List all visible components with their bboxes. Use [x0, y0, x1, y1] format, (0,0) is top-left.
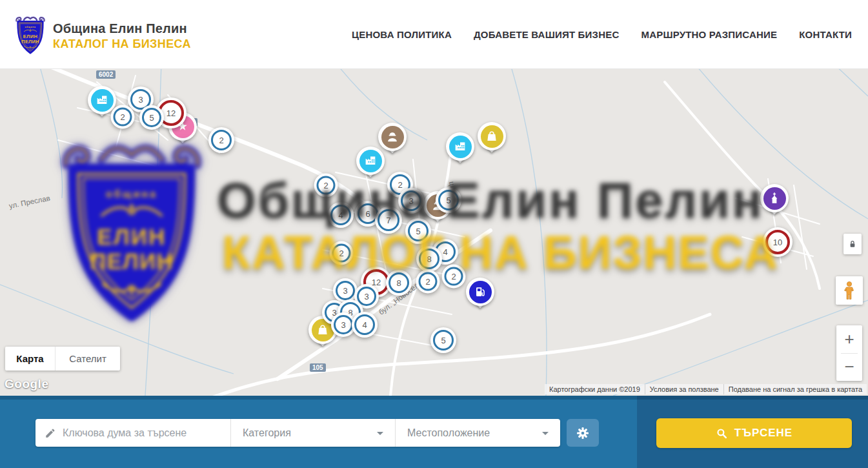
road-badge: 105 [310, 363, 326, 372]
caret-down-icon [542, 432, 549, 435]
map-cluster[interactable]: 10 [763, 227, 792, 257]
cluster-count: 6 [365, 209, 370, 219]
map-pin-bag[interactable] [478, 122, 506, 150]
map-cluster[interactable]: 4 [352, 312, 378, 338]
keyword-field [35, 419, 230, 447]
cluster-count: 7 [386, 216, 390, 225]
search-bar-top-edge [0, 396, 868, 400]
nav-item[interactable]: МАРШРУТНО РАЗПИСАНИЕ [641, 29, 777, 40]
map-cluster[interactable]: 2 [442, 265, 466, 289]
pegman-icon [842, 281, 857, 300]
map-pin-factory[interactable] [446, 132, 474, 161]
cluster-count: 3 [341, 320, 345, 330]
cluster-count: 4 [362, 320, 367, 330]
site-title: Община Елин Пелин [53, 21, 191, 36]
search-submit-button[interactable]: ТЪРСЕНЕ [656, 418, 852, 448]
nav-item[interactable]: КОНТАКТИ [799, 29, 852, 40]
location-select-value: Местоположение [407, 427, 490, 439]
map-cluster[interactable]: 2 [314, 174, 338, 198]
crest-line1-text: ЕЛИН [23, 34, 38, 39]
cluster-count: 5 [149, 113, 154, 123]
church-icon [763, 187, 786, 210]
cluster-count: 12 [167, 108, 176, 118]
map-cluster[interactable]: 3 [398, 188, 424, 214]
zoom-control: + − [836, 325, 862, 381]
cluster-count: 2 [398, 180, 402, 190]
map[interactable]: ул. Преславбул. „Новоселции 6002105 3251… [0, 69, 868, 396]
map-cluster[interactable]: 3 [333, 278, 358, 303]
cluster-count: 2 [339, 249, 343, 258]
pin-circle [760, 184, 789, 212]
page: община ЕЛИН ПЕЛИН Община Елин Пелин КАТА… [0, 0, 868, 468]
nav-item[interactable]: ЦЕНОВА ПОЛИТИКА [352, 29, 452, 40]
pin-circle [466, 278, 494, 306]
search-bar: Категория Местоположение [0, 396, 868, 468]
municipality-crest-icon: община ЕЛИН ПЕЛИН [14, 15, 46, 57]
map-cluster[interactable]: 8 [386, 270, 412, 296]
map-type-control: Карта Сателит [5, 347, 120, 371]
attribution-terms-link[interactable]: Условия за ползване [645, 384, 723, 394]
map-pin-fuel[interactable] [466, 278, 494, 306]
map-cluster[interactable]: 2 [416, 270, 440, 294]
cluster-count: 2 [120, 112, 125, 122]
pegman-button[interactable] [836, 276, 863, 305]
category-select[interactable]: Категория [230, 419, 395, 447]
main-nav: ЦЕНОВА ПОЛИТИКАДОБАВЕТЕ ВАШИЯТ БИЗНЕСМАР… [352, 0, 852, 69]
cluster-count: 5 [446, 196, 450, 205]
site-subtitle: КАТАЛОГ НА БИЗНЕСА [53, 37, 191, 51]
map-cluster[interactable]: 2 [330, 241, 354, 265]
map-cluster[interactable]: 5 [436, 187, 461, 213]
header: община ЕЛИН ПЕЛИН Община Елин Пелин КАТА… [0, 0, 868, 69]
road-badge: 6002 [96, 70, 116, 79]
search-icon [716, 427, 728, 440]
map-cluster[interactable]: 4 [328, 202, 354, 228]
pin-circle [356, 147, 385, 175]
cluster-count: 5 [416, 227, 420, 236]
cluster-count: 3 [364, 292, 368, 301]
map-cluster[interactable]: 8 [416, 246, 442, 272]
cluster-count: 4 [443, 247, 447, 257]
zoom-in-button[interactable]: + [836, 325, 862, 353]
cluster-count: 10 [773, 238, 782, 247]
cluster-count: 5 [441, 336, 445, 345]
attribution-copyright: Картографски данни ©2019 [545, 384, 645, 394]
bag-icon [481, 125, 503, 148]
map-type-satellite-button[interactable]: Сателит [56, 347, 120, 371]
cluster-count: 2 [323, 181, 328, 190]
map-pin-factory[interactable] [356, 147, 385, 175]
cluster-count: 8 [396, 278, 401, 288]
keyword-search-input[interactable] [63, 427, 217, 439]
google-logo[interactable]: Google [5, 377, 48, 391]
search-fields-group: Категория Местоположение [35, 419, 560, 447]
search-button-label: ТЪРСЕНЕ [734, 427, 792, 440]
advanced-settings-button[interactable] [567, 419, 599, 447]
nav-item[interactable]: ДОБАВЕТЕ ВАШИЯТ БИЗНЕС [474, 29, 619, 40]
factory-icon [91, 89, 114, 112]
zoom-out-button[interactable]: − [836, 354, 862, 382]
cluster-count: 3 [138, 95, 143, 105]
map-pin-church[interactable] [760, 184, 789, 212]
brand-logo[interactable]: община ЕЛИН ПЕЛИН Община Елин Пелин КАТА… [14, 15, 191, 57]
location-select[interactable]: Местоположение [395, 419, 560, 447]
factory-icon [449, 136, 472, 158]
crest-line2-text: ПЕЛИН [21, 39, 39, 45]
map-cluster[interactable]: 7 [375, 207, 402, 234]
pin-circle [446, 132, 474, 161]
map-cluster[interactable]: 2 [111, 105, 135, 129]
map-cluster[interactable]: 5 [139, 105, 164, 130]
pin-circle [478, 122, 506, 150]
map-cluster[interactable]: 2 [208, 127, 234, 153]
gear-icon [575, 425, 590, 441]
cluster-count: 3 [343, 286, 347, 296]
map-cluster[interactable]: 5 [430, 327, 456, 353]
pencil-icon [45, 427, 56, 439]
map-type-map-button[interactable]: Карта [5, 347, 56, 371]
map-cluster[interactable]: 5 [405, 218, 431, 244]
attribution-report-link[interactable]: Подаване на сигнал за грешка в картата [723, 384, 867, 394]
factory-icon [359, 150, 382, 172]
lock-button[interactable] [843, 234, 862, 254]
caret-down-icon [377, 432, 383, 435]
crest-top-text: община [25, 26, 36, 28]
brand-text: Община Елин Пелин КАТАЛОГ НА БИЗНЕСА [53, 21, 191, 51]
cluster-count: 2 [219, 136, 223, 145]
